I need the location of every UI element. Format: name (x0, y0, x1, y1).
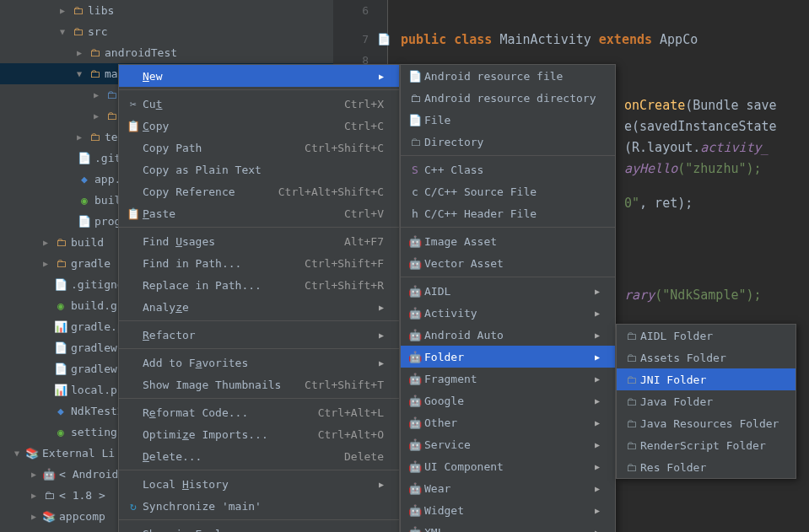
code-line: rary("NdkSample"); (616, 287, 762, 303)
menu-cpp-source[interactable]: cC/C++ Source File (401, 180, 615, 202)
tree-label: NdkTest2 (71, 405, 124, 417)
menu-java-res-folder[interactable]: 🗀Java Resources Folder (617, 412, 796, 434)
h-file-icon: h (406, 207, 424, 220)
menu-paste[interactable]: 📋PasteCtrl+V (119, 202, 399, 224)
menu-reformat[interactable]: Reformat Code...Ctrl+Alt+L (119, 401, 399, 423)
shortcut: Alt+F7 (344, 235, 384, 248)
tree-label: te (105, 131, 118, 143)
submenu-arrow-icon: ▶ (595, 440, 600, 449)
menu-service[interactable]: 🤖Service▶ (401, 433, 615, 455)
code-line: (R.layout.activity_ (616, 140, 769, 155)
submenu-arrow-icon: ▶ (379, 330, 384, 340)
menu-folder[interactable]: 🤖Folder▶ (401, 346, 615, 368)
arrow-right-icon: ▶ (74, 132, 84, 142)
android-icon: 🤖 (406, 307, 424, 320)
menu-explorer[interactable]: Show in Explorer (119, 523, 399, 532)
folder-icon: 🗀 (406, 136, 424, 148)
folder-icon: 🗀 (622, 439, 640, 452)
arrow-right-icon: ▶ (74, 48, 84, 57)
menu-show-thumb[interactable]: Show Image ThumbnailsCtrl+Shift+T (119, 373, 399, 395)
menu-copy[interactable]: 📋CopyCtrl+C (119, 115, 399, 137)
menu-delete[interactable]: Delete...Delete (119, 445, 399, 467)
android-icon: 🤖 (406, 416, 424, 429)
menu-assets-folder[interactable]: 🗀Assets Folder (617, 347, 796, 368)
menu-copy-ref[interactable]: Copy ReferenceCtrl+Alt+Shift+C (119, 180, 399, 202)
shortcut: Ctrl+Shift+F (305, 257, 384, 270)
menu-renderscript-folder[interactable]: 🗀RenderScript Folder (617, 434, 796, 456)
menu-fragment[interactable]: 🤖Fragment▶ (401, 368, 615, 390)
menu-optimize[interactable]: Optimize Imports...Ctrl+Alt+O (119, 423, 399, 445)
tree-label: androidTest (105, 46, 177, 59)
context-menu: NNewew▶ ✂CutCtrl+X 📋CopyCtrl+C Copy Path… (118, 64, 400, 532)
props-icon: 📊 (54, 320, 67, 334)
menu-activity[interactable]: 🤖Activity▶ (401, 302, 615, 324)
res-dir-icon: 🗀 (406, 92, 424, 105)
submenu-arrow-icon: ▶ (595, 506, 600, 515)
menu-other[interactable]: 🤖Other▶ (401, 411, 615, 433)
folder-icon: 🗀 (71, 25, 84, 39)
tree-label: gradle (71, 257, 111, 270)
arrow-right-icon: ▶ (57, 6, 67, 15)
submenu-arrow-icon: ▶ (595, 330, 600, 340)
tree-label: gradle.p (71, 320, 124, 333)
menu-ui-component[interactable]: 🤖UI Component▶ (401, 455, 615, 477)
menu-android-res-file[interactable]: 📄Android resource file (401, 65, 615, 87)
shortcut: Ctrl+Shift+R (305, 279, 384, 292)
submenu-arrow-icon: ▶ (595, 418, 600, 427)
menu-copy-path[interactable]: Copy PathCtrl+Shift+C (119, 137, 399, 159)
file-icon: 📄 (54, 278, 67, 292)
menu-separator (401, 227, 615, 228)
shortcut: Delete (344, 450, 384, 463)
menu-replace-in-path[interactable]: Replace in Path...Ctrl+Shift+R (119, 274, 399, 296)
menu-aidl[interactable]: 🤖AIDL▶ (401, 280, 615, 302)
menu-xml[interactable]: 🤖XML▶ (401, 521, 615, 532)
menu-local-history[interactable]: Local History▶ (119, 473, 399, 495)
menu-copy-plain[interactable]: Copy as Plain Text (119, 159, 399, 180)
class-gutter-icon[interactable]: 📄 (377, 33, 392, 46)
menu-android-auto[interactable]: 🤖Android Auto▶ (401, 324, 615, 346)
tree-label: appcomp (59, 510, 105, 523)
menu-google[interactable]: 🤖Google▶ (401, 390, 615, 411)
shortcut: Ctrl+X (344, 98, 384, 110)
shortcut: Ctrl+Shift+C (305, 142, 384, 154)
menu-file[interactable]: 📄File (401, 109, 615, 131)
tree-row[interactable]: ▶ 🗀 libs (0, 0, 333, 21)
arrow-right-icon: ▶ (29, 491, 39, 500)
android-icon: 🤖 (42, 468, 56, 481)
tree-label: External Li (42, 447, 115, 459)
code-line: ayHello("zhuzhu"); (616, 161, 762, 176)
menu-directory[interactable]: 🗀Directory (401, 131, 615, 153)
shortcut: Ctrl+Alt+L (318, 406, 384, 419)
menu-find-usages[interactable]: Find UsagesAlt+F7 (119, 230, 399, 252)
menu-wear[interactable]: 🤖Wear▶ (401, 477, 615, 499)
menu-android-res-dir[interactable]: 🗀Android resource directory (401, 87, 615, 109)
file-icon: 📄 (78, 152, 91, 165)
menu-java-folder[interactable]: 🗀Java Folder (617, 390, 796, 412)
menu-res-folder[interactable]: 🗀Res Folder (617, 456, 796, 478)
menu-cut[interactable]: ✂CutCtrl+X (119, 93, 399, 115)
tree-row[interactable]: ▶ 🗀 androidTest (0, 42, 333, 63)
props-icon: 📊 (54, 384, 67, 397)
menu-aidl-folder[interactable]: 🗀AIDL Folder (617, 325, 796, 347)
menu-find-in-path[interactable]: Find in Path...Ctrl+Shift+F (119, 252, 399, 274)
arrow-down-icon: ▼ (12, 449, 22, 458)
menu-widget[interactable]: 🤖Widget▶ (401, 499, 615, 521)
submenu-arrow-icon: ▶ (595, 484, 600, 493)
menu-image-asset[interactable]: 🤖Image Asset (401, 230, 615, 252)
folder-icon: 🗀 (54, 257, 67, 271)
menu-jni-folder[interactable]: 🗀JNI Folder (617, 368, 796, 390)
tree-row[interactable]: ▼ 🗀 src (0, 21, 333, 42)
c-file-icon: c (406, 185, 424, 198)
menu-cpp-class[interactable]: SC++ Class (401, 159, 615, 180)
line-number: 6 (333, 4, 377, 17)
menu-sync[interactable]: ↻Synchronize 'main' (119, 495, 399, 517)
menu-analyze[interactable]: Analyze▶ (119, 296, 399, 318)
menu-vector-asset[interactable]: 🤖Vector Asset (401, 252, 615, 274)
android-icon: 🤖 (406, 257, 424, 270)
folder-icon: 🗀 (105, 110, 118, 123)
iml-icon: ◆ (54, 405, 67, 418)
menu-refactor[interactable]: Refactor▶ (119, 324, 399, 346)
menu-add-fav[interactable]: Add to Favorites▶ (119, 352, 399, 373)
menu-new[interactable]: NNewew▶ (119, 65, 399, 87)
menu-cpp-header[interactable]: hC/C++ Header File (401, 202, 615, 224)
